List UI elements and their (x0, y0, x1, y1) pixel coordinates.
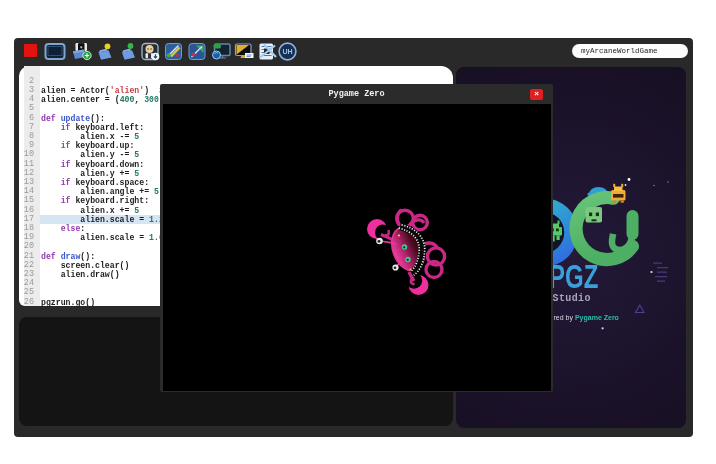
svg-text:UH: UH (282, 48, 292, 55)
